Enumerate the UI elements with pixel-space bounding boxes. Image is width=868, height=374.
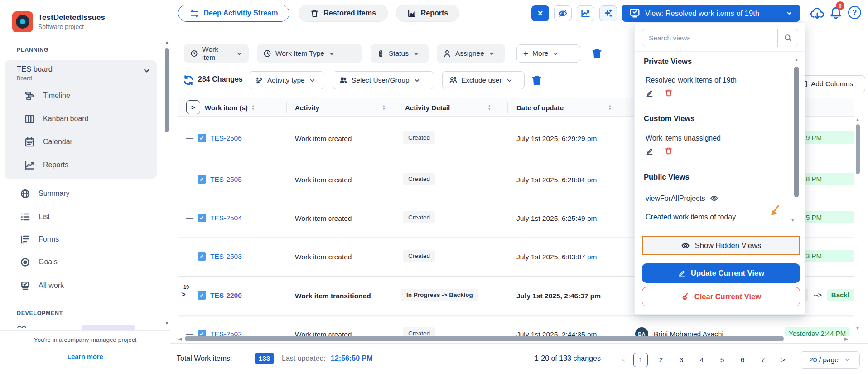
close-stream-button[interactable]: ✕ — [531, 5, 549, 21]
edit-view-button[interactable] — [646, 147, 654, 155]
sidebar-scroll-down-icon[interactable]: ▼ — [165, 321, 169, 325]
pagination-page-1[interactable]: 1 — [633, 353, 648, 367]
reports-button[interactable]: Reports — [396, 5, 459, 22]
sort-icon[interactable]: ▲▼ — [251, 104, 255, 111]
export-cloud-button[interactable] — [810, 6, 825, 20]
expander-chevron[interactable]: > — [181, 290, 186, 299]
delete-view-button[interactable] — [665, 89, 673, 97]
filter-work-item[interactable]: Work item — [184, 44, 249, 63]
sidebar-item-reports[interactable]: Reports — [5, 155, 157, 175]
view-item[interactable]: viewForAllProjects — [646, 194, 719, 203]
work-item-link[interactable]: TES-2503 — [210, 253, 242, 261]
table-scroll-up-icon[interactable]: ▲ — [855, 117, 860, 122]
sidebar-item-all-work[interactable]: All work — [0, 276, 152, 296]
search-views-box[interactable] — [642, 29, 798, 47]
refresh-button[interactable] — [183, 74, 194, 86]
work-item-link[interactable]: TES-2504 — [210, 214, 242, 222]
work-item-link[interactable]: TES-2200 — [210, 291, 242, 300]
pagination-prev[interactable]: < — [616, 353, 631, 367]
collapse-toggle[interactable]: — — [186, 175, 193, 184]
deep-activity-stream-button[interactable]: Deep Activitiy Stream — [178, 5, 289, 22]
clear-activity-filters-button[interactable] — [531, 75, 542, 86]
trend-chart-button[interactable] — [577, 5, 594, 21]
column-header-work-item[interactable]: Work item (s) ▲▼ — [205, 98, 255, 117]
work-item-link[interactable]: TES-2505 — [210, 175, 242, 184]
sidebar-item-list[interactable]: List — [0, 207, 152, 227]
board-group-title[interactable]: TES board — [17, 65, 53, 73]
ai-sparkles-button[interactable] — [599, 5, 617, 21]
sidebar-item-goals[interactable]: Goals — [0, 252, 152, 272]
sort-icon[interactable]: ▲▼ — [382, 104, 386, 111]
pagination-next[interactable]: > — [776, 353, 791, 367]
collapse-toggle[interactable]: — — [186, 253, 193, 261]
row-checkbox[interactable]: ✓ — [198, 252, 206, 261]
sidebar-item-kanban-board[interactable]: Kanban board — [5, 109, 157, 129]
expand-all-button[interactable]: > — [186, 100, 200, 114]
eye-icon[interactable] — [710, 194, 719, 203]
table-horizontal-scrollbar-thumb[interactable] — [185, 336, 784, 341]
work-item-link[interactable]: TES-2506 — [210, 134, 242, 142]
collapse-toggle[interactable]: — — [186, 134, 193, 142]
row-checkbox[interactable]: ✓ — [198, 291, 206, 300]
sidebar-item-calendar[interactable]: Calendar — [5, 132, 157, 152]
clear-current-view-button[interactable]: Clear Current View — [642, 287, 800, 306]
sidebar-item-summary[interactable]: Summary — [0, 184, 152, 204]
filter-work-item-type[interactable]: Work Item Type — [257, 44, 362, 63]
chevron-down-icon[interactable] — [143, 67, 151, 75]
collapse-toggle[interactable]: — — [186, 330, 193, 336]
table-row[interactable]: — ✓ TES-2502 Work item created Created J… — [178, 315, 854, 336]
date-cell: July 1st 2025, 2:46:37 pm — [516, 292, 601, 300]
search-button[interactable] — [778, 34, 798, 42]
view-item[interactable]: Resolved work items of 19th — [646, 76, 737, 84]
sidebar-item-forms[interactable]: Forms — [0, 229, 152, 249]
kanban-icon — [24, 114, 35, 124]
show-hidden-views-button[interactable]: Show Hidden Views — [642, 236, 800, 255]
pagination-page-2[interactable]: 2 — [654, 353, 668, 367]
filter-status[interactable]: Status — [371, 44, 429, 63]
sidebar-scroll-up-icon[interactable]: ▲ — [165, 40, 169, 44]
delete-view-button[interactable] — [665, 147, 673, 155]
sidebar-item-timeline[interactable]: Timeline — [5, 86, 157, 106]
view-item[interactable]: Work items unassigned — [646, 134, 721, 142]
work-item-link[interactable]: TES-2502 — [210, 330, 242, 336]
row-checkbox[interactable]: ✓ — [198, 214, 206, 222]
sort-icon[interactable]: ▲▼ — [608, 104, 612, 111]
page-size-select[interactable]: 20 / page — [800, 351, 860, 369]
view-selector-button[interactable]: View: Resolved work items of 19th — [622, 5, 800, 22]
view-item[interactable]: Created work items of today — [646, 213, 736, 221]
row-checkbox[interactable]: ✓ — [198, 330, 206, 336]
collapse-toggle[interactable]: — — [186, 214, 193, 222]
filter-more[interactable]: + More — [516, 44, 580, 63]
filter-select-user-group[interactable]: Select User/Group — [333, 71, 434, 89]
sidebar-scrollbar-thumb[interactable] — [165, 48, 169, 132]
panel-scroll-down-icon[interactable]: ▼ — [790, 217, 796, 223]
clear-filters-button[interactable] — [591, 48, 603, 59]
filter-activity-type[interactable]: Activity type — [249, 71, 324, 89]
panel-scroll-up-icon[interactable]: ▲ — [794, 57, 799, 62]
pagination-page-3[interactable]: 3 — [674, 353, 689, 367]
row-checkbox[interactable]: ✓ — [198, 134, 206, 142]
sort-icon[interactable]: ▲▼ — [487, 104, 491, 111]
table-scroll-left-icon[interactable]: ◀ — [178, 336, 182, 341]
row-checkbox[interactable]: ✓ — [198, 175, 206, 184]
pagination-page-7[interactable]: 7 — [756, 353, 770, 367]
column-header-activity[interactable]: Activity ▲▼ — [295, 98, 386, 117]
hide-views-button[interactable] — [554, 5, 572, 21]
column-header-activity-detail[interactable]: Activity Detail ▲▼ — [405, 98, 491, 117]
pagination-page-6[interactable]: 6 — [735, 353, 750, 367]
update-current-view-button[interactable]: Update Current View — [642, 263, 800, 283]
edit-view-button[interactable] — [646, 89, 654, 97]
filter-assignee[interactable]: Assignee — [437, 44, 505, 63]
help-button[interactable]: ? — [848, 6, 861, 19]
column-header-date-of-update[interactable]: Date of update ▲▼ — [516, 98, 612, 117]
table-scroll-down-icon[interactable]: ▼ — [855, 325, 860, 330]
search-views-input[interactable] — [642, 34, 777, 42]
learn-more-link[interactable]: Learn more — [0, 353, 170, 360]
panel-scrollbar-thumb[interactable] — [794, 67, 799, 197]
filter-exclude-user[interactable]: Exclude user — [442, 71, 525, 89]
restored-items-button[interactable]: Restored items — [299, 5, 388, 22]
pagination-page-4[interactable]: 4 — [694, 353, 709, 367]
pagination-page-5[interactable]: 5 — [715, 353, 729, 367]
table-scroll-right-icon[interactable]: ▶ — [844, 336, 848, 341]
table-vertical-scrollbar-thumb[interactable] — [856, 124, 860, 174]
